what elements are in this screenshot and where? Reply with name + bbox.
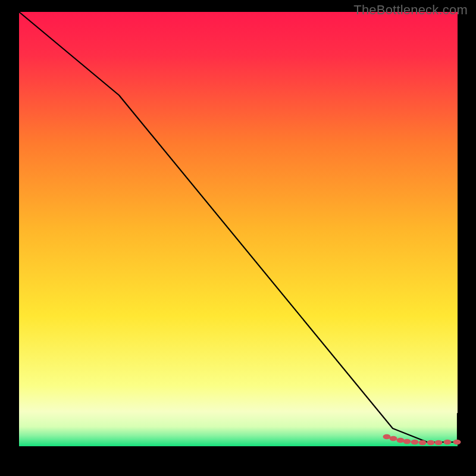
valley-marker (427, 440, 435, 445)
valley-marker (403, 439, 411, 444)
valley-marker (390, 436, 397, 441)
valley-marker (444, 440, 452, 444)
valley-marker (419, 440, 427, 445)
valley-marker (397, 438, 405, 443)
watermark-text: TheBottleneck.com (353, 2, 468, 18)
valley-marker (435, 440, 443, 445)
chart-svg (0, 0, 476, 476)
valley-marker (453, 440, 461, 444)
plot-area (19, 12, 458, 446)
valley-marker (411, 440, 419, 444)
chart-stage: { "watermark": "TheBottleneck.com", "col… (0, 0, 476, 476)
